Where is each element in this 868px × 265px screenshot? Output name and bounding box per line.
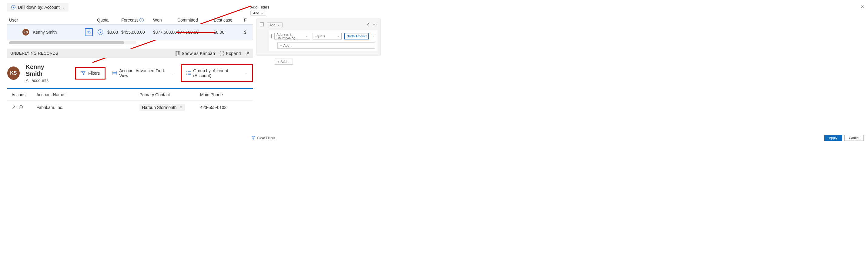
- col-won[interactable]: Won: [153, 18, 177, 23]
- condition-and-chip[interactable]: And ⌄: [250, 10, 266, 16]
- grid-icon: [113, 71, 117, 76]
- col-committed[interactable]: Committed: [177, 18, 214, 23]
- filters-button[interactable]: Filters: [75, 67, 105, 80]
- kanban-label: Show as Kanban: [182, 51, 215, 56]
- filter-condition-row: Address 2: Country/Reg... ⌄ Equals ⌄ ⋯: [271, 33, 375, 39]
- apply-button[interactable]: Apply: [824, 135, 842, 141]
- svg-rect-2: [177, 51, 178, 54]
- user-row[interactable]: KS Kenny Smith $0.00 $455,000.00 $377,50…: [7, 24, 253, 40]
- forecast-view: Drill down by: Account ⌄ User Quota Fore…: [7, 3, 253, 114]
- close-icon[interactable]: ✕: [861, 4, 864, 9]
- more-icon[interactable]: ⋯: [373, 22, 377, 27]
- row-checkbox[interactable]: [271, 34, 272, 38]
- col-quota[interactable]: Quota: [97, 18, 121, 23]
- and-label: And: [253, 11, 259, 15]
- operator-select[interactable]: Equals ⌄: [313, 33, 342, 39]
- col-more: F: [244, 18, 250, 23]
- chevron-down-icon: ⌄: [245, 72, 247, 75]
- operator-label: Equals: [315, 34, 325, 38]
- field-select[interactable]: Address 2: Country/Reg... ⌄: [274, 33, 310, 39]
- show-kanban-button[interactable]: Show as Kanban: [176, 51, 215, 56]
- expand-button[interactable]: Expand: [220, 51, 241, 56]
- contact-chip[interactable]: Haroun Stormonth ✕: [140, 104, 185, 111]
- target-icon: [11, 5, 16, 9]
- groupby-label: Group by: Account (Account): [193, 68, 241, 78]
- cell-forecast: $455,000.00: [121, 30, 153, 35]
- cell-won: $377,500.00: [153, 30, 177, 35]
- remove-chip-icon[interactable]: ✕: [180, 105, 183, 110]
- chevron-down-icon: ⌄: [337, 35, 340, 38]
- contact-name: Haroun Stormonth: [142, 105, 177, 110]
- column-headers: User Quota Forecast i Won Committed Best…: [7, 18, 253, 24]
- value-input[interactable]: [344, 33, 369, 39]
- plus-icon: +: [277, 60, 279, 63]
- drill-down-button[interactable]: Drill down by: Account ⌄: [7, 3, 68, 11]
- info-icon[interactable]: i: [140, 18, 144, 22]
- cell-phone: 423-555-0103: [200, 105, 249, 110]
- plus-icon: +: [280, 44, 282, 47]
- cancel-button[interactable]: Cancel: [844, 135, 864, 141]
- view-selector-button[interactable]: Account Advanced Find View ⌄: [108, 66, 178, 80]
- close-icon[interactable]: ✕: [246, 50, 250, 56]
- filter-clear-icon: [252, 136, 255, 140]
- cell-more: $: [244, 30, 250, 35]
- col-account-name[interactable]: Account Name ↑: [36, 92, 140, 97]
- col-account-label: Account Name: [36, 92, 64, 97]
- and-label: And: [270, 23, 276, 27]
- chevron-down-icon: ⌄: [290, 44, 293, 47]
- col-forecast-label: Forecast: [121, 18, 137, 23]
- connector-line: [257, 28, 265, 28]
- cell-bestcase: $0.00: [214, 30, 244, 35]
- add-group-button[interactable]: + Add ⌄: [275, 59, 293, 65]
- clear-filters-label: Clear Filters: [257, 136, 275, 140]
- chevron-down-icon: ⌄: [277, 23, 280, 26]
- svg-rect-1: [176, 51, 177, 56]
- table-header: Actions Account Name ↑ Primary Contact M…: [7, 89, 253, 101]
- add-label: Add: [280, 60, 286, 63]
- add-label: Add: [283, 44, 289, 47]
- sort-up-icon: ↑: [66, 92, 68, 97]
- col-bestcase[interactable]: Best case: [214, 18, 244, 23]
- underlying-records-bar: UNDERLYING RECORDS Show as Kanban Expand…: [7, 49, 253, 58]
- group-by-button[interactable]: Group by: Account (Account) ⌄: [181, 64, 253, 82]
- col-main-phone[interactable]: Main Phone: [200, 92, 249, 97]
- filter-panel-footer: Clear Filters Apply Cancel: [250, 134, 865, 142]
- add-filters-title: Add Filters: [250, 5, 472, 9]
- table-row[interactable]: Fabrikam. Inc. Haroun Stormonth ✕ 423-55…: [7, 101, 253, 114]
- svg-point-11: [186, 71, 187, 72]
- target-icon[interactable]: [98, 29, 103, 35]
- col-forecast[interactable]: Forecast i: [121, 18, 153, 23]
- expand-icon[interactable]: ⤢: [366, 22, 370, 27]
- chevron-down-icon: ⌄: [62, 6, 65, 9]
- open-record-icon[interactable]: [11, 105, 16, 110]
- add-condition-button[interactable]: + Add ⌄: [277, 43, 375, 49]
- drill-label: Drill down by: Account: [18, 5, 60, 10]
- kanban-icon: [176, 51, 180, 56]
- record-subtitle: All accounts: [26, 78, 60, 83]
- filters-label: Filters: [88, 71, 100, 76]
- svg-point-12: [186, 73, 187, 74]
- svg-point-13: [186, 74, 187, 75]
- group-and-chip[interactable]: And ⌄: [267, 23, 283, 27]
- share-icon[interactable]: [85, 28, 93, 36]
- filter-icon: [81, 71, 86, 76]
- add-filters-panel: Add Filters And ⌄ And ⌄ ⤢ ⋯ Address 2: C…: [250, 5, 472, 65]
- cell-committed: $77,500.00: [177, 30, 214, 35]
- expand-icon: [220, 51, 224, 56]
- scrollbar-thumb[interactable]: [9, 41, 124, 44]
- user-name: Kenny Smith: [33, 30, 57, 35]
- svg-rect-3: [179, 51, 180, 55]
- col-actions[interactable]: Actions: [11, 92, 36, 97]
- clear-filters-button[interactable]: Clear Filters: [252, 136, 275, 140]
- underlying-title: UNDERLYING RECORDS: [10, 51, 58, 56]
- col-user[interactable]: User: [9, 18, 97, 23]
- cell-quota: $0.00: [107, 30, 118, 35]
- col-primary-contact[interactable]: Primary Contact: [140, 92, 200, 97]
- filter-group: And ⌄ ⤢ ⋯ Address 2: Country/Reg... ⌄ Eq…: [256, 19, 381, 56]
- more-icon[interactable]: ⋯: [371, 34, 376, 38]
- add-icon[interactable]: [19, 105, 23, 110]
- svg-rect-4: [113, 71, 117, 75]
- horizontal-scrollbar[interactable]: [9, 41, 136, 44]
- record-toolbar: Filters Account Advanced Find View ⌄ Gro…: [75, 64, 253, 82]
- group-checkbox[interactable]: [260, 23, 264, 26]
